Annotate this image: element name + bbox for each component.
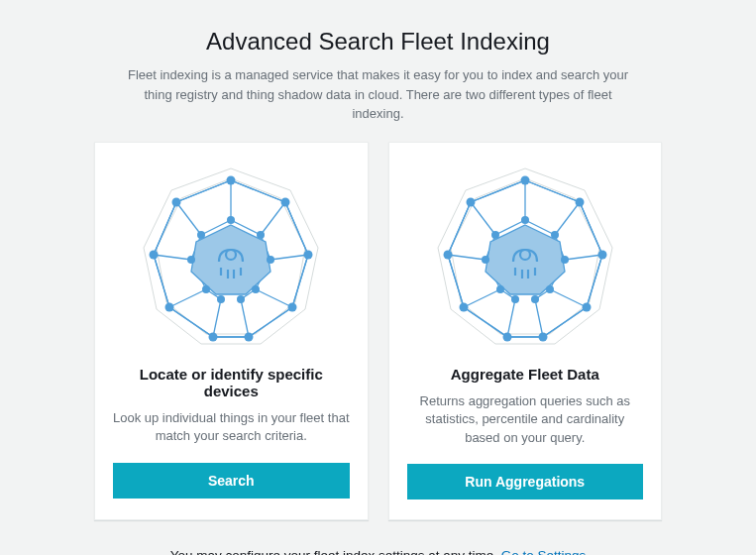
network-sphere-icon [426, 161, 624, 354]
svg-line-10 [249, 307, 292, 337]
svg-point-52 [237, 295, 245, 303]
svg-line-59 [580, 202, 602, 255]
svg-point-99 [551, 231, 559, 239]
svg-line-16 [270, 255, 308, 260]
svg-line-62 [464, 307, 507, 337]
svg-point-97 [521, 216, 529, 224]
svg-point-101 [561, 256, 569, 264]
svg-point-48 [267, 256, 274, 264]
footer-message: You may configure your fleet index setti… [170, 548, 501, 555]
svg-point-38 [304, 250, 313, 259]
svg-line-58 [448, 202, 471, 255]
card-locate-devices: Locate or identify specific devices Look… [94, 142, 369, 521]
svg-line-7 [154, 255, 169, 307]
svg-point-40 [288, 302, 297, 311]
svg-point-51 [217, 295, 225, 303]
svg-point-50 [252, 285, 260, 293]
svg-point-41 [165, 302, 174, 311]
svg-point-105 [531, 295, 539, 303]
footer-text: You may configure your fleet index setti… [94, 548, 662, 555]
svg-point-47 [187, 256, 195, 264]
svg-point-42 [245, 332, 254, 341]
svg-line-73 [535, 299, 543, 337]
svg-line-72 [507, 299, 515, 337]
svg-line-8 [292, 255, 308, 307]
svg-line-71 [550, 289, 587, 307]
network-sphere-icon [132, 161, 330, 354]
svg-point-93 [582, 302, 591, 311]
svg-point-94 [459, 302, 468, 311]
svg-point-88 [520, 175, 529, 184]
svg-point-46 [257, 231, 265, 239]
svg-point-98 [491, 231, 499, 239]
svg-point-103 [546, 285, 554, 293]
svg-point-45 [197, 231, 205, 239]
svg-line-19 [213, 299, 221, 337]
svg-line-4 [231, 180, 285, 202]
svg-line-69 [565, 255, 602, 260]
svg-line-67 [555, 202, 580, 235]
svg-point-36 [281, 197, 290, 206]
svg-line-68 [448, 255, 486, 260]
run-aggregations-button[interactable]: Run Aggregations [407, 464, 644, 500]
svg-line-57 [525, 180, 580, 202]
svg-point-44 [227, 216, 235, 224]
svg-point-43 [209, 332, 218, 341]
svg-line-15 [154, 255, 191, 260]
svg-point-90 [466, 197, 475, 206]
page-title: Advanced Search Fleet Indexing [94, 28, 662, 56]
svg-line-9 [169, 307, 213, 337]
svg-point-37 [172, 197, 181, 206]
svg-line-20 [241, 299, 249, 337]
search-button[interactable]: Search [113, 463, 350, 499]
svg-point-89 [575, 197, 584, 206]
page-header: Advanced Search Fleet Indexing Fleet ind… [94, 28, 662, 124]
card-title: Aggregate Fleet Data [451, 366, 599, 383]
svg-line-66 [471, 202, 495, 235]
svg-line-61 [587, 255, 602, 307]
card-title: Locate or identify specific devices [113, 366, 350, 399]
card-description: Look up individual things in your fleet … [113, 409, 350, 447]
svg-line-70 [464, 289, 500, 307]
svg-line-13 [176, 202, 201, 235]
svg-point-92 [443, 250, 452, 259]
svg-point-49 [202, 285, 210, 293]
svg-point-39 [150, 250, 159, 259]
go-to-settings-link[interactable]: Go to Settings [501, 548, 587, 555]
svg-point-35 [227, 175, 236, 184]
svg-line-6 [285, 202, 308, 255]
svg-line-14 [261, 202, 285, 235]
svg-point-96 [502, 332, 511, 341]
svg-line-3 [176, 180, 231, 202]
svg-point-91 [597, 250, 606, 259]
svg-line-17 [169, 289, 206, 307]
svg-point-95 [538, 332, 547, 341]
cards-row: Locate or identify specific devices Look… [94, 142, 662, 521]
card-aggregate-data: Aggregate Fleet Data Returns aggregation… [388, 142, 663, 521]
page-subtitle: Fleet indexing is a managed service that… [121, 65, 636, 124]
svg-line-5 [154, 202, 176, 255]
svg-line-56 [471, 180, 525, 202]
svg-line-63 [543, 307, 587, 337]
svg-point-100 [482, 256, 489, 264]
svg-point-104 [511, 295, 519, 303]
svg-line-18 [256, 289, 292, 307]
card-description: Returns aggregation queries such as stat… [407, 392, 644, 449]
svg-line-60 [448, 255, 464, 307]
svg-point-102 [496, 285, 504, 293]
